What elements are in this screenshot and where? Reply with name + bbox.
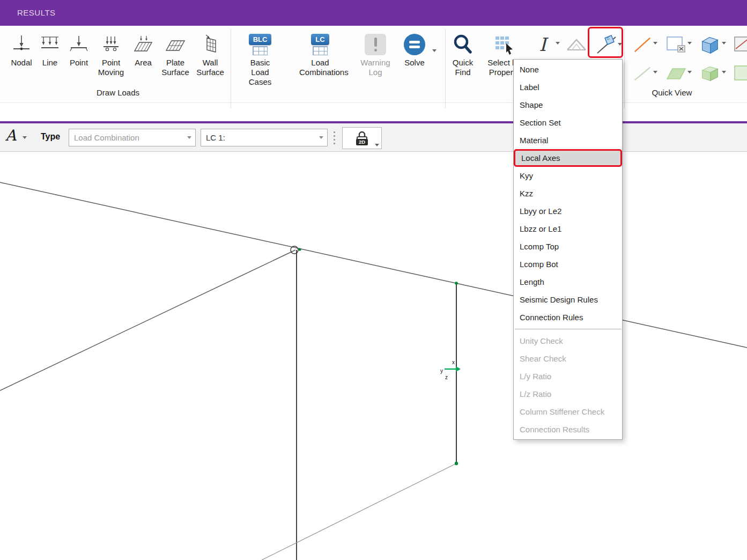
load-type-combobox[interactable]: Load Combination (69, 129, 196, 146)
menu-item-section-set[interactable]: Section Set (514, 114, 622, 131)
basic-load-cases-button[interactable]: BLC Basic Load Cases (240, 31, 280, 87)
roof-eave-member[interactable] (0, 250, 295, 390)
roof-ridge-member[interactable] (0, 182, 747, 348)
node-dot[interactable] (298, 248, 301, 250)
member-rendering-button[interactable] (632, 31, 652, 58)
plate-display-button[interactable] (665, 31, 686, 58)
ribbon-divider (231, 29, 231, 108)
menu-item-connection-rules[interactable]: Connection Rules (514, 308, 622, 326)
member-rendering-caret[interactable] (653, 42, 657, 45)
point-load-button[interactable]: Point (64, 31, 94, 68)
menu-item-label[interactable]: Label (514, 78, 622, 96)
menu-item-local-axes[interactable]: Local Axes (514, 149, 622, 167)
quick-find-label: Quick Find (447, 58, 479, 77)
local-axes-glyph: x y z (440, 359, 461, 380)
menu-item-kzz[interactable]: Kzz (514, 185, 622, 202)
wall-display-button[interactable] (733, 31, 747, 58)
menu-item-connection-results: Connection Results (514, 421, 622, 438)
member-label-options-menu: None Label Shape Section Set Material Lo… (513, 59, 623, 440)
load-case-combobox[interactable]: LC 1: (201, 129, 328, 146)
plate-surface-load-icon (164, 33, 187, 56)
lock-2d-badge: 2D (359, 139, 365, 145)
annotation-font-caret[interactable] (23, 136, 27, 139)
menu-item-lcomp-top[interactable]: Lcomp Top (514, 238, 622, 255)
area-load-button[interactable]: Area (128, 31, 158, 68)
solid-display-caret[interactable] (722, 42, 726, 45)
menu-item-seismic-design-rules[interactable]: Seismic Design Rules (514, 291, 622, 308)
member-label-options-caret[interactable] (618, 43, 622, 46)
lock-2d-button[interactable]: 2D (342, 127, 382, 149)
menu-item-lcomp-bot[interactable]: Lcomp Bot (514, 255, 622, 273)
green-cube-icon (698, 63, 721, 84)
menu-item-length[interactable]: Length (514, 273, 622, 291)
solve-icon (404, 34, 425, 55)
menu-separator (515, 329, 621, 329)
floor-brace-member[interactable] (262, 463, 456, 560)
basic-load-cases-label: Basic Load Cases (240, 58, 280, 87)
line-load-button[interactable]: Line (35, 31, 65, 68)
line-load-label: Line (35, 58, 65, 68)
plate-display-caret[interactable] (687, 42, 692, 45)
load-type-value: Load Combination (69, 133, 183, 142)
solid-display-button[interactable] (698, 31, 721, 58)
annotation-font-tool[interactable]: A (5, 127, 16, 144)
solve-button[interactable]: Solve (399, 31, 430, 68)
wall-surface-load-button[interactable]: Wall Surface (192, 31, 228, 77)
solve-label: Solve (399, 58, 430, 68)
point-load-label: Point (64, 58, 94, 68)
member-tag-icon (594, 33, 618, 56)
model-wireframe: x y z (0, 152, 747, 560)
plate-results-button (665, 60, 686, 87)
magnifier-icon (452, 33, 474, 56)
point-moving-load-icon (99, 33, 123, 56)
wall-results-button (733, 60, 747, 87)
quick-find-button[interactable]: Quick Find (447, 31, 479, 77)
node-dot[interactable] (455, 462, 458, 465)
menu-item-shape[interactable]: Shape (514, 96, 622, 114)
load-case-dropdown-caret[interactable] (315, 129, 327, 146)
warning-icon (365, 34, 386, 55)
menu-item-none[interactable]: None (514, 61, 622, 78)
nodal-load-button[interactable]: Nodal (6, 31, 36, 68)
member-results-caret (653, 71, 657, 73)
load-combinations-button[interactable]: LC Load Combinations (299, 31, 341, 77)
beam-shape-caret[interactable] (556, 42, 560, 45)
title-bar: RESULTS (0, 0, 747, 26)
cube-icon (698, 33, 721, 56)
toolbar-grip[interactable] (334, 131, 335, 144)
menu-item-ly-ratio: L/y Ratio (514, 367, 622, 385)
warning-log-label: Warning Log (355, 58, 396, 77)
app-window: RESULTS Nodal Line (0, 0, 747, 560)
load-type-dropdown-caret[interactable] (183, 129, 195, 146)
lc-badge: LC (311, 34, 329, 45)
node-dot[interactable] (455, 282, 458, 285)
secondary-toolbar: A Type Load Combination LC 1: 2D (0, 123, 747, 152)
lock-2d-caret[interactable] (375, 144, 379, 146)
solve-dropdown-caret[interactable] (432, 49, 437, 52)
plate-surface-load-button[interactable]: Plate Surface (157, 31, 194, 77)
menu-item-column-stiffener-check: Column Stiffener Check (514, 403, 622, 421)
menu-item-lbzz[interactable]: Lbzz or Le1 (514, 220, 622, 238)
menu-item-kyy[interactable]: Kyy (514, 167, 622, 185)
member-results-button (632, 60, 652, 87)
area-load-label: Area (128, 58, 158, 68)
plate-box-icon (665, 34, 686, 55)
spreadsheet-icon (313, 46, 328, 55)
point-moving-load-button[interactable]: Point Moving (92, 31, 130, 77)
warning-log-button: Warning Log (355, 31, 396, 77)
point-load-icon (67, 33, 91, 56)
ibeam-icon: I (539, 33, 546, 56)
menu-item-lbyy[interactable]: Lbyy or Le2 (514, 202, 622, 220)
point-moving-load-label: Point Moving (92, 58, 130, 77)
nodal-load-label: Nodal (6, 58, 36, 68)
truss-icon (565, 34, 588, 55)
load-case-value: LC 1: (201, 133, 315, 142)
member-label-options-button[interactable] (594, 31, 618, 58)
blc-badge: BLC (249, 34, 272, 45)
beam-shape-display-button[interactable]: I (533, 31, 552, 58)
menu-item-lz-ratio: L/z Ratio (514, 385, 622, 403)
ribbon-divider (445, 29, 446, 108)
load-combinations-label: Load Combinations (299, 58, 341, 77)
menu-item-material[interactable]: Material (514, 131, 622, 149)
model-canvas[interactable]: x y z (0, 152, 747, 560)
